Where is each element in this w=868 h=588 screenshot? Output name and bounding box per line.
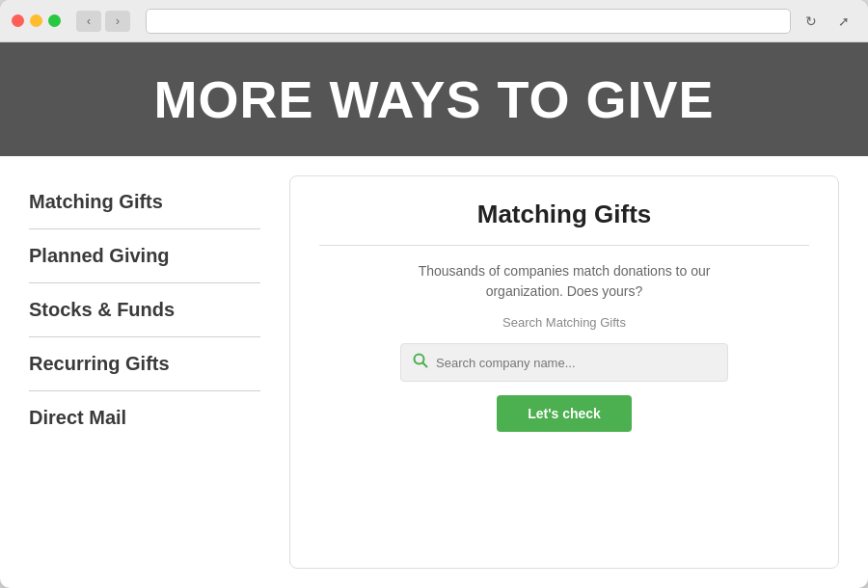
maximize-button[interactable] [48, 14, 61, 27]
minimize-button[interactable] [30, 14, 42, 27]
expand-button[interactable]: ➚ [831, 11, 856, 32]
svg-line-1 [423, 363, 427, 367]
sidebar-item-recurring-gifts[interactable]: Recurring Gifts [29, 337, 260, 391]
browser-chrome: ‹ › ↻ ➚ [0, 0, 868, 42]
browser-window: ‹ › ↻ ➚ MORE WAYS TO GIVE Matching Gifts… [0, 0, 868, 588]
sidebar-item-label: Matching Gifts [29, 191, 163, 212]
traffic-lights [12, 14, 61, 27]
sidebar-item-planned-giving[interactable]: Planned Giving [29, 229, 260, 283]
panel-divider [319, 245, 809, 246]
search-icon [413, 353, 428, 372]
panel-title: Matching Gifts [477, 200, 652, 229]
sidebar: Matching Gifts Planned Giving Stocks & F… [29, 175, 260, 569]
sidebar-item-direct-mail[interactable]: Direct Mail [29, 391, 260, 444]
forward-button[interactable]: › [105, 11, 130, 32]
address-bar[interactable] [146, 9, 791, 34]
page-content: MORE WAYS TO GIVE Matching Gifts Planned… [0, 42, 868, 588]
hero-banner: MORE WAYS TO GIVE [0, 42, 868, 156]
search-box [400, 343, 728, 382]
main-area: Matching Gifts Planned Giving Stocks & F… [0, 156, 868, 588]
sidebar-item-stocks-funds[interactable]: Stocks & Funds [29, 283, 260, 337]
sidebar-item-label: Recurring Gifts [29, 353, 170, 374]
sidebar-item-label: Direct Mail [29, 407, 126, 428]
hero-title: MORE WAYS TO GIVE [153, 69, 714, 129]
reload-button[interactable]: ↻ [799, 11, 824, 32]
content-panel: Matching Gifts Thousands of companies ma… [289, 175, 839, 569]
sidebar-item-matching-gifts[interactable]: Matching Gifts [29, 175, 260, 229]
search-input[interactable] [436, 356, 716, 370]
check-button[interactable]: Let's check [497, 395, 632, 432]
panel-description: Thousands of companies match donations t… [410, 261, 719, 302]
close-button[interactable] [12, 14, 24, 27]
back-button[interactable]: ‹ [76, 11, 101, 32]
search-label: Search Matching Gifts [502, 315, 626, 330]
nav-buttons: ‹ › [76, 11, 130, 32]
sidebar-item-label: Stocks & Funds [29, 299, 175, 320]
sidebar-item-label: Planned Giving [29, 245, 170, 266]
